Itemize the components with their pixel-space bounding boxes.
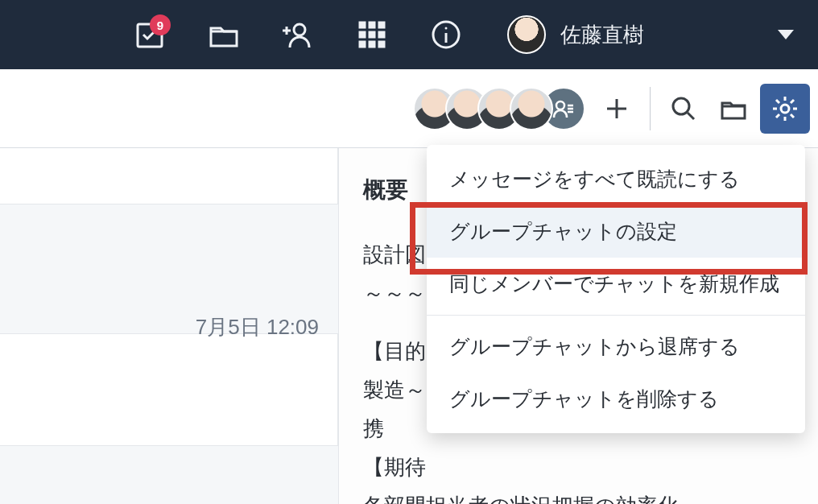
svg-point-13 <box>556 101 564 109</box>
chat-members[interactable] <box>413 87 585 130</box>
chevron-down-icon <box>778 30 794 39</box>
svg-rect-6 <box>369 31 375 38</box>
svg-point-12 <box>445 27 448 30</box>
files-button[interactable] <box>187 0 261 69</box>
svg-rect-8 <box>359 41 366 48</box>
folder-button[interactable] <box>710 85 757 132</box>
svg-point-1 <box>294 24 305 35</box>
menu-delete-group-chat[interactable]: グループチャットを削除する <box>427 373 805 425</box>
add-contact-button[interactable] <box>261 0 335 69</box>
apps-grid-button[interactable] <box>335 0 409 69</box>
settings-button[interactable] <box>760 84 810 134</box>
svg-point-15 <box>781 105 789 113</box>
overview-text: 各部門担当者の状況把握の効率化 <box>363 486 794 504</box>
overview-text: 【期待 <box>363 448 794 486</box>
message-card[interactable] <box>0 148 338 204</box>
member-avatar <box>510 87 553 130</box>
svg-point-14 <box>673 98 689 114</box>
left-column: 7月5日 12:09 <box>0 148 338 504</box>
svg-rect-10 <box>378 41 385 48</box>
svg-rect-2 <box>359 22 366 28</box>
menu-separator <box>427 315 805 316</box>
timestamp-label: 7月5日 12:09 <box>196 313 319 341</box>
tasks-button[interactable]: 9 <box>113 0 187 69</box>
message-card[interactable] <box>0 333 338 446</box>
add-member-button[interactable] <box>593 85 640 132</box>
svg-rect-4 <box>378 22 385 28</box>
menu-group-chat-settings[interactable]: グループチャットの設定 <box>427 205 805 258</box>
svg-rect-3 <box>369 22 375 28</box>
user-menu[interactable]: 佐藤直樹 <box>507 15 644 54</box>
top-navbar: 9 佐藤直樹 <box>0 0 818 69</box>
tasks-badge: 9 <box>150 14 171 35</box>
svg-rect-5 <box>359 31 366 38</box>
search-button[interactable] <box>660 85 707 132</box>
menu-leave-group-chat[interactable]: グループチャットから退席する <box>427 320 805 373</box>
info-button[interactable] <box>409 0 483 69</box>
user-menu-caret[interactable] <box>778 30 794 39</box>
user-avatar <box>507 15 546 54</box>
svg-rect-7 <box>378 31 385 38</box>
settings-dropdown: メッセージをすべて既読にする グループチャットの設定 同じメンバーでチャットを新… <box>427 145 805 433</box>
toolbar-divider <box>650 87 651 130</box>
user-name-label: 佐藤直樹 <box>560 21 644 49</box>
menu-new-chat-same-members[interactable]: 同じメンバーでチャットを新規作成 <box>427 258 805 310</box>
svg-rect-9 <box>369 41 375 48</box>
chat-toolbar <box>0 69 818 148</box>
menu-mark-all-read[interactable]: メッセージをすべて既読にする <box>427 153 805 205</box>
